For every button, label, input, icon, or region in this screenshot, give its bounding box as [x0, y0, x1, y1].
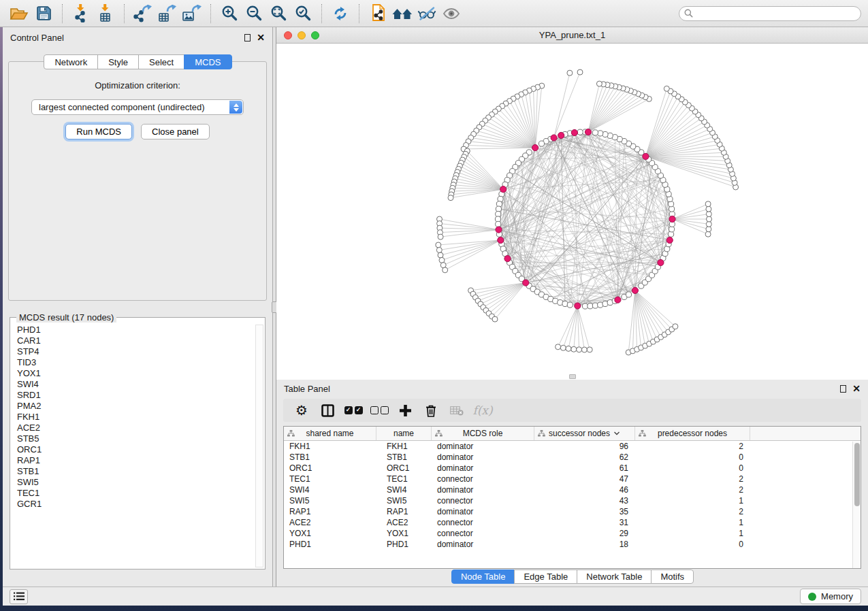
task-history-button[interactable] — [10, 589, 28, 604]
export-table-button[interactable] — [155, 3, 180, 24]
cell-MCDS-role: dominator — [432, 452, 534, 462]
cell-successor-nodes: 46 — [534, 485, 635, 495]
cell-shared-name: TEC1 — [284, 474, 376, 484]
settings-button[interactable]: ⚙ — [289, 403, 315, 417]
float-table-panel-icon[interactable] — [840, 385, 846, 393]
search-input[interactable] — [693, 9, 856, 18]
horizontal-splitter-grip[interactable] — [569, 374, 576, 379]
mcds-result-item[interactable]: ORC1 — [12, 444, 254, 455]
optimization-criterion-select[interactable]: largest connected component (undirected) — [31, 99, 244, 115]
tab-network[interactable]: Network — [44, 54, 98, 69]
mcds-result-item[interactable]: TID3 — [12, 357, 254, 368]
export-network-button[interactable] — [131, 3, 155, 24]
zoom-out-button[interactable] — [242, 3, 266, 24]
column-header-successor-nodes[interactable]: successor nodes — [534, 427, 635, 440]
cell-shared-name: YOX1 — [284, 529, 376, 538]
import-network-button[interactable] — [69, 3, 93, 24]
export-image-button[interactable] — [180, 3, 204, 24]
zoom-selected-button[interactable] — [291, 3, 315, 24]
delete-button[interactable] — [418, 404, 444, 417]
result-scrollbar[interactable] — [255, 325, 263, 567]
mcds-result-item[interactable]: STB1 — [12, 466, 254, 477]
show-eye-button[interactable] — [439, 3, 464, 24]
zoom-window-icon[interactable] — [311, 31, 319, 39]
mcds-result-item[interactable]: SWI5 — [12, 477, 254, 488]
open-session-button[interactable] — [7, 3, 31, 24]
columns-button[interactable] — [315, 404, 340, 417]
search-box[interactable] — [679, 6, 861, 21]
delete-table-button — [444, 406, 470, 416]
mcds-result-legend: MCDS result (17 nodes) — [16, 312, 116, 323]
table-row-FKH1[interactable]: FKH1FKH1dominator962 — [284, 441, 861, 452]
network-graph[interactable] — [276, 44, 868, 380]
mcds-result-item[interactable]: YOX1 — [12, 368, 254, 379]
column-header-MCDS-role[interactable]: MCDS role — [432, 427, 534, 440]
save-session-button[interactable] — [31, 3, 56, 24]
close-panel-button[interactable]: Close panel — [141, 124, 210, 139]
column-header-name[interactable]: name — [376, 427, 432, 440]
mcds-result-item[interactable]: ACE2 — [12, 423, 254, 433]
apply-layout-button[interactable] — [328, 3, 353, 24]
memory-button[interactable]: Memory — [800, 589, 861, 604]
table-row-RAP1[interactable]: RAP1RAP1dominator352 — [284, 506, 861, 517]
table-row-SWI5[interactable]: SWI5SWI5connector431 — [284, 495, 861, 506]
add-icon — [400, 405, 411, 416]
select-all-button[interactable]: ✓✓ — [340, 406, 366, 414]
add-button[interactable] — [392, 405, 418, 416]
cell-shared-name: ORC1 — [284, 463, 376, 473]
table-scrollbar-thumb[interactable] — [854, 443, 860, 506]
tab-style[interactable]: Style — [97, 54, 139, 69]
tab-network-table[interactable]: Network Table — [577, 569, 652, 584]
cell-MCDS-role: connector — [432, 474, 534, 484]
mcds-result-item[interactable]: SWI4 — [12, 379, 254, 390]
close-window-icon[interactable] — [284, 31, 292, 39]
mcds-result-item[interactable]: PHD1 — [12, 325, 254, 335]
tab-motifs[interactable]: Motifs — [651, 569, 694, 584]
table-row-ACE2[interactable]: ACE2ACE2connector311 — [284, 517, 861, 528]
cell-successor-nodes: 18 — [534, 540, 635, 549]
network-document-button[interactable] — [366, 3, 390, 24]
table-row-ORC1[interactable]: ORC1ORC1dominator610 — [284, 463, 861, 474]
mcds-result-item[interactable]: PMA2 — [12, 401, 254, 412]
mcds-result-item[interactable]: CAR1 — [12, 335, 254, 346]
run-mcds-button[interactable]: Run MCDS — [65, 124, 132, 139]
close-table-panel-icon[interactable] — [852, 384, 861, 393]
network-canvas[interactable] — [276, 44, 868, 380]
hide-glasses-button[interactable] — [415, 3, 439, 24]
column-header-shared-name[interactable]: shared name — [284, 427, 376, 440]
cell-name: YOX1 — [376, 529, 432, 538]
zoom-fit-icon — [270, 5, 287, 22]
cell-name: TEC1 — [376, 474, 432, 484]
table-row-STB1[interactable]: STB1STB1dominator620 — [284, 452, 861, 463]
tab-edge-table[interactable]: Edge Table — [514, 569, 577, 584]
deselect-all-button[interactable] — [366, 406, 392, 414]
tab-mcds[interactable]: MCDS — [184, 54, 231, 69]
mcds-result-item[interactable]: TEC1 — [12, 488, 254, 499]
tab-node-table[interactable]: Node Table — [451, 569, 515, 584]
zoom-fit-button[interactable] — [266, 3, 291, 24]
table-scrollbar[interactable] — [852, 442, 861, 568]
minimize-window-icon[interactable] — [298, 31, 306, 39]
table-header-row: shared namenameMCDS rolesuccessor nodesp… — [284, 427, 861, 441]
cell-successor-nodes: 61 — [534, 463, 635, 473]
cell-MCDS-role: dominator — [432, 463, 534, 473]
table-row-PHD1[interactable]: PHD1PHD1dominator180 — [284, 539, 861, 550]
column-header-predecessor-nodes[interactable]: predecessor nodes — [635, 427, 750, 440]
table-row-TEC1[interactable]: TEC1TEC1connector472 — [284, 474, 861, 484]
tab-select[interactable]: Select — [138, 54, 184, 69]
mcds-result-item[interactable]: RAP1 — [12, 455, 254, 466]
mcds-result-item[interactable]: FKH1 — [12, 412, 254, 423]
public-databases-button[interactable] — [390, 3, 415, 24]
float-panel-icon[interactable] — [244, 34, 251, 42]
mcds-result-item[interactable]: SRD1 — [12, 390, 254, 401]
table-row-SWI4[interactable]: SWI4SWI4dominator462 — [284, 484, 861, 495]
mcds-result-item[interactable]: GCR1 — [12, 499, 254, 510]
mcds-result-item[interactable]: STP4 — [12, 346, 254, 357]
cell-name: SWI5 — [376, 496, 432, 506]
close-panel-icon[interactable] — [257, 33, 265, 42]
mcds-result-item[interactable]: STB5 — [12, 433, 254, 444]
import-table-button[interactable] — [93, 3, 118, 24]
table-row-YOX1[interactable]: YOX1YOX1connector291 — [284, 528, 861, 539]
export-table-icon — [158, 5, 177, 22]
zoom-in-button[interactable] — [217, 3, 242, 24]
